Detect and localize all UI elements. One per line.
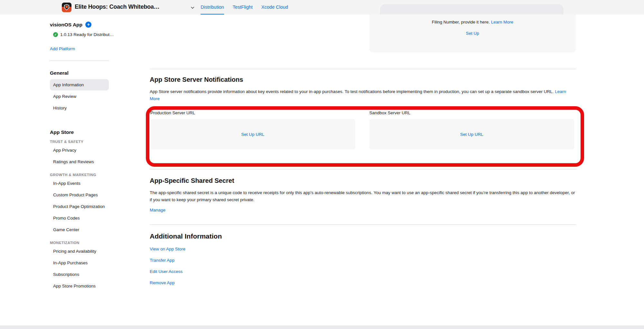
additional-information-title: Additional Information — [150, 232, 576, 240]
sidebar-item-app-privacy[interactable]: App Privacy — [50, 145, 109, 156]
tab-distribution[interactable]: Distribution — [201, 0, 224, 14]
footer-bar — [0, 325, 644, 329]
top-header: Elite Hoops: Coach Whiteboa… Distributio… — [0, 0, 644, 14]
sidebar-item-history[interactable]: History — [50, 102, 109, 114]
basketball-icon — [65, 5, 68, 8]
sidebar-item-app-review[interactable]: App Review — [50, 91, 109, 102]
main-content: App Store Server Notifications App Store… — [150, 14, 576, 292]
sidebar-divider — [50, 61, 109, 61]
section-divider — [150, 69, 576, 69]
sidebar-item-app-information[interactable]: App Information — [50, 79, 109, 90]
add-platform-plus-icon[interactable]: + — [85, 22, 91, 28]
app-icon[interactable] — [62, 3, 71, 12]
server-notifications-title: App Store Server Notifications — [150, 76, 576, 83]
sandbox-set-up-url-link[interactable]: Set Up URL — [460, 132, 483, 137]
production-set-up-url-link[interactable]: Set Up URL — [241, 132, 264, 137]
server-notifications-description: App Store server notifications provide i… — [150, 88, 576, 102]
ready-check-icon: ✓ — [53, 32, 58, 37]
sidebar-item-game-center[interactable]: Game Center — [50, 224, 109, 235]
remove-app-link[interactable]: Remove App — [150, 280, 175, 285]
main-tabs: Distribution TestFlight Xcode Cloud — [201, 0, 288, 14]
sandbox-url-panel: Set Up URL — [369, 119, 574, 149]
sidebar-item-subscriptions[interactable]: Subscriptions — [50, 269, 109, 280]
sidebar-subgroup-trust-safety: TRUST & SAFETY — [50, 140, 109, 144]
sandbox-server-url-label: Sandbox Server URL — [369, 110, 574, 115]
sidebar-group-general: General — [50, 70, 109, 76]
sidebar-item-pricing-availability[interactable]: Pricing and Availability — [50, 246, 109, 257]
sidebar-subgroup-growth-marketing: GROWTH & MARKETING — [50, 173, 109, 177]
section-divider — [150, 224, 576, 225]
sidebar-item-product-page-optimization[interactable]: Product Page Optimization — [50, 201, 109, 212]
filing-learn-more-link[interactable]: Learn More — [491, 20, 513, 24]
sidebar-item-ratings-reviews[interactable]: Ratings and Reviews — [50, 156, 109, 167]
tab-testflight[interactable]: TestFlight — [233, 0, 253, 14]
add-platform-link[interactable]: Add Platform — [50, 46, 75, 51]
sandbox-url-column: Sandbox Server URL Set Up URL — [369, 110, 574, 149]
sidebar-item-in-app-purchases[interactable]: In-App Purchases — [50, 257, 109, 268]
section-divider — [150, 169, 576, 169]
shared-secret-description: The app-specific shared secret is a uniq… — [150, 189, 576, 203]
version-status: 1.0.13 Ready for Distribut… — [60, 32, 114, 37]
filing-card-top-edge — [380, 4, 564, 14]
sidebar-subgroup-monetization: MONETIZATION — [50, 241, 109, 245]
tab-xcode-cloud[interactable]: Xcode Cloud — [261, 0, 288, 14]
manage-link[interactable]: Manage — [150, 208, 166, 212]
shared-secret-title: App-Specific Shared Secret — [150, 177, 576, 184]
server-url-row: Production Server URL Set Up URL Sandbox… — [150, 110, 576, 149]
production-url-panel: Set Up URL — [150, 119, 355, 149]
sidebar: visionOS App + ✓ 1.0.13 Ready for Distri… — [50, 14, 109, 292]
filing-card-message: Filing Number, provide it here. Learn Mo… — [369, 20, 576, 24]
sidebar-item-app-store-promotions[interactable]: App Store Promotions — [50, 280, 109, 292]
version-row[interactable]: ✓ 1.0.13 Ready for Distribut… — [53, 32, 109, 37]
view-on-app-store-link[interactable]: View on App Store — [150, 247, 185, 251]
transfer-app-link[interactable]: Transfer App — [150, 258, 175, 263]
filing-number-card: Filing Number, provide it here. Learn Mo… — [369, 14, 576, 52]
sidebar-item-promo-codes[interactable]: Promo Codes — [50, 212, 109, 224]
sidebar-group-app-store: App Store — [50, 129, 109, 135]
edit-user-access-link[interactable]: Edit User Access — [150, 269, 183, 274]
chevron-down-icon[interactable] — [191, 5, 194, 9]
production-server-url-label: Production Server URL — [150, 110, 355, 115]
sidebar-item-in-app-events[interactable]: In-App Events — [50, 178, 109, 189]
sidebar-item-custom-product-pages[interactable]: Custom Product Pages — [50, 189, 109, 201]
filing-set-up-link[interactable]: Set Up — [466, 31, 479, 36]
production-url-column: Production Server URL Set Up URL — [150, 110, 355, 149]
app-title[interactable]: Elite Hoops: Coach Whiteboa… — [75, 4, 159, 10]
additional-links: View on App Store Transfer App Edit User… — [150, 247, 576, 292]
platform-name: visionOS App — [50, 22, 82, 28]
